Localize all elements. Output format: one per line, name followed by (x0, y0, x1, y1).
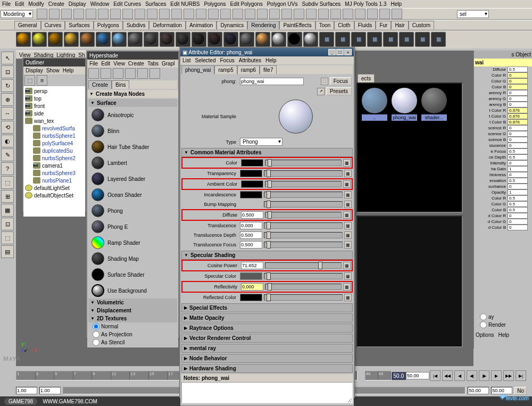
outliner-item[interactable]: defaultObjectSet (34, 193, 73, 198)
menu-create[interactable]: Create (48, 1, 64, 7)
shelf-icon[interactable]: ▦ (367, 32, 382, 47)
shader-node-phong[interactable]: Phong (88, 203, 177, 219)
shelf-icon[interactable] (144, 32, 159, 47)
shelf-icon[interactable] (223, 32, 238, 47)
outliner-item[interactable]: revolvedSurfa (42, 126, 75, 131)
slider[interactable] (265, 160, 342, 166)
status-button[interactable] (86, 9, 96, 19)
shelf-tab-dynamics[interactable]: Dynamics (217, 21, 247, 29)
shader-node-blinn[interactable]: Blinn (88, 123, 177, 139)
outliner-menu-item[interactable]: Help (63, 68, 74, 73)
attr-input[interactable] (241, 283, 263, 291)
menu-edit-curves[interactable]: Edit Curves (113, 1, 141, 7)
shelf-icon[interactable]: ▦ (335, 32, 350, 47)
shelf-icon[interactable] (303, 32, 318, 47)
channel-value[interactable]: 0.5 (508, 195, 528, 201)
map-button[interactable]: ▦ (344, 191, 352, 198)
material-swatch[interactable]: phong_wai (392, 88, 417, 121)
map-button[interactable]: ▦ (343, 180, 351, 188)
range-start[interactable] (16, 387, 37, 394)
attr-tab-ramp6[interactable]: ramp6 (237, 65, 260, 74)
hs-menu-item[interactable]: File (89, 61, 98, 67)
shader-node-lambert[interactable]: Lambert (88, 155, 177, 171)
attr-tab-file7[interactable]: file7 (260, 65, 277, 74)
frame-input[interactable] (406, 372, 429, 379)
color-swatch[interactable] (240, 272, 262, 280)
channel-value[interactable]: 0 (508, 90, 528, 96)
attr-input[interactable] (240, 231, 262, 239)
shelf-icon[interactable]: ▦ (415, 32, 430, 47)
menu-help[interactable]: Help (391, 1, 402, 7)
channel-value[interactable]: 0 (508, 102, 528, 107)
tool-button[interactable]: ↻ (1, 79, 14, 92)
status-button[interactable] (98, 9, 109, 19)
status-button[interactable] (184, 9, 194, 19)
material-swatch[interactable]: shader... (421, 88, 447, 121)
shelf-tab-deformation[interactable]: Deformation (149, 21, 185, 29)
shelf-icon[interactable]: ▦ (383, 32, 398, 47)
hs-menu-item[interactable]: Create (128, 61, 144, 67)
attr-menu-item[interactable]: Attributes (239, 57, 261, 63)
outliner-item[interactable]: front (34, 103, 45, 109)
maximize-button[interactable]: □ (336, 49, 344, 55)
playback-button[interactable]: |▶ (479, 370, 489, 381)
nav-icon[interactable]: ⬚ (321, 78, 328, 85)
shader-node-hair-tube-shader[interactable]: Hair Tube Shader (88, 139, 177, 155)
shelf-tab-subdivs[interactable]: Subdivs (123, 21, 149, 29)
status-button[interactable] (73, 9, 84, 19)
channel-value[interactable]: 0 (508, 96, 528, 102)
shelf-icon[interactable] (80, 32, 95, 47)
channel-value[interactable]: 0 (508, 131, 528, 137)
minimize-button[interactable]: _ (328, 49, 336, 55)
close-button[interactable]: × (344, 49, 352, 55)
map-button[interactable]: ▦ (344, 231, 352, 239)
channel-value[interactable]: 0.876 (508, 107, 528, 113)
shelf-tab-hair[interactable]: Hair (391, 21, 408, 29)
shelf-icon[interactable] (271, 32, 286, 47)
tool-button[interactable]: ⬚ (1, 176, 14, 189)
status-button[interactable] (306, 9, 317, 19)
menu-surfaces[interactable]: Surfaces (145, 1, 166, 7)
timeline-tick[interactable]: 13 (130, 371, 149, 380)
channel-value[interactable]: 0.876 (508, 119, 528, 125)
vp-menu-view[interactable]: View (19, 52, 31, 58)
outliner-item[interactable]: nurbsSphere1 (42, 133, 76, 139)
node-name-input[interactable] (240, 78, 304, 85)
common-attrs-header[interactable]: Common Material Attributes (181, 148, 353, 157)
tool-button[interactable]: ◐ (1, 135, 14, 147)
shelf-tab-fur[interactable]: Fur (376, 21, 391, 29)
channel-value[interactable]: 1 (508, 189, 528, 195)
outliner-item[interactable]: camera1 (42, 163, 63, 169)
objects-tab[interactable]: ects (358, 74, 375, 82)
outliner-item[interactable]: nurbsPlane1 (42, 178, 72, 184)
outliner-item[interactable]: side (34, 111, 44, 117)
channel-value[interactable]: 0 (508, 125, 528, 131)
playback-button[interactable]: ▶▶ (503, 370, 514, 381)
tool-button[interactable]: ⊡ (1, 218, 14, 230)
slider[interactable] (264, 273, 343, 279)
radio-normal[interactable]: Normal (88, 322, 177, 330)
tab-bins[interactable]: Bins (112, 80, 129, 89)
shelf-icon[interactable] (48, 32, 63, 47)
timeline-tick[interactable]: 15 (149, 371, 168, 380)
shelf-icon[interactable] (160, 32, 174, 47)
status-button[interactable] (37, 9, 47, 19)
status-button[interactable] (245, 9, 255, 19)
channel-value[interactable]: 0 (508, 172, 528, 178)
map-button[interactable]: ▦ (344, 201, 352, 208)
shelf-tab-polygons[interactable]: Polygons (94, 21, 123, 29)
section-mental-ray[interactable]: mental ray (181, 344, 353, 353)
vp-menu-sh[interactable]: Sh (78, 52, 85, 58)
presets-button[interactable]: Presets (326, 87, 352, 95)
hs-tool[interactable] (137, 68, 148, 79)
vp-menu-shading[interactable]: Shading (34, 52, 54, 58)
map-button[interactable]: ▦ (344, 272, 352, 280)
shelf-tab-painteffects[interactable]: PaintEffects (279, 21, 315, 29)
channel-value[interactable]: 1 (508, 166, 528, 172)
slider[interactable] (265, 181, 342, 187)
status-button[interactable] (135, 9, 145, 19)
tool-button[interactable]: ? (1, 162, 14, 175)
menu-subdiv-surfaces[interactable]: Subdiv Surfaces (302, 1, 340, 7)
timeline-tick[interactable]: 1 (16, 371, 36, 380)
outliner-item[interactable]: nurbsSphere2 (42, 155, 76, 161)
